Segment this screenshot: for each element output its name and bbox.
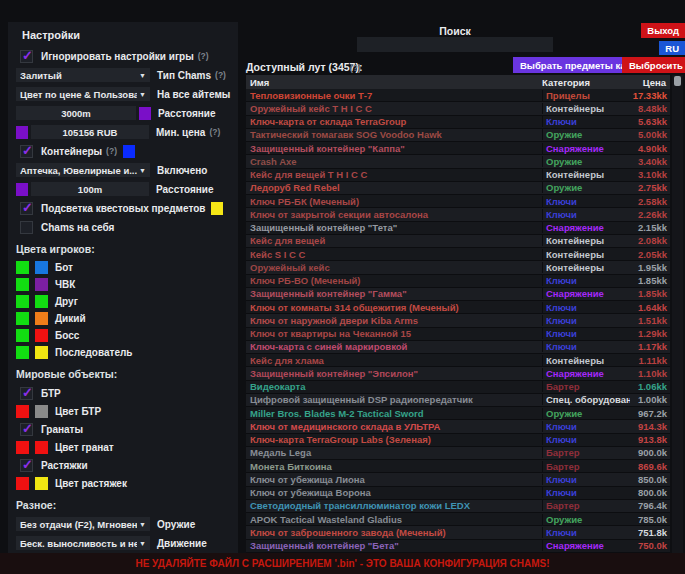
- table-row[interactable]: Тактический томагавк SOG Voodoo HawkОруж…: [246, 129, 670, 142]
- table-row[interactable]: Цифровой защищенный DSP радиопередатчикС…: [246, 394, 670, 407]
- table-row[interactable]: Ключ от квартиры на Чеканной 15Ключи1.29…: [246, 328, 670, 341]
- table-row[interactable]: Оружейный кейс Т Н I С СКонтейнеры8.48kk: [246, 102, 670, 115]
- distance-color-swatch[interactable]: [139, 107, 151, 120]
- language-button[interactable]: RU: [659, 41, 685, 55]
- color-swatch[interactable]: [16, 477, 29, 490]
- help-badge[interactable]: (?): [350, 63, 361, 73]
- scrollbar-thumb[interactable]: [674, 76, 681, 86]
- color-swatch[interactable]: [16, 261, 29, 274]
- color-swatch[interactable]: [35, 441, 48, 454]
- quest-highlight-row: Подсветка квестовых предметов: [16, 201, 230, 215]
- table-row[interactable]: Ключ от медицинского склада в УЛЬТРАКлюч…: [246, 420, 670, 433]
- table-row[interactable]: Кейс для вещей Т Н I С СКонтейнеры3.10kk: [246, 169, 670, 182]
- item-category: Оружие: [542, 514, 630, 525]
- table-row[interactable]: Кейс S I C CКонтейнеры2.05kk: [246, 248, 670, 261]
- containers-checkbox[interactable]: [20, 145, 33, 158]
- table-scrollbar[interactable]: [672, 75, 683, 553]
- drop-all-button[interactable]: Выбросить все: [622, 57, 685, 73]
- color-swatch[interactable]: [35, 295, 48, 308]
- table-row[interactable]: APOK Tactical Wasteland GladiusОружие785…: [246, 513, 670, 526]
- all-items-row: Цвет по цене & Пользователь ▼ На все айт…: [16, 87, 230, 101]
- item-name: Ключ от убежища Лиона: [246, 474, 542, 485]
- table-row[interactable]: Ключ РБ-БК (Меченый)Ключи2.58kk: [246, 195, 670, 208]
- grenades-checkbox[interactable]: [20, 423, 33, 436]
- category-filter-select[interactable]: Аптечка, Ювелирные и... ▼: [16, 163, 150, 177]
- table-row[interactable]: Защищенный контейнер "Эпсилон"Снаряжение…: [246, 367, 670, 380]
- color-swatch[interactable]: [35, 329, 48, 342]
- table-row[interactable]: Защищенный контейнер "Тета"Снаряжение2.1…: [246, 222, 670, 235]
- weapon-select[interactable]: Без отдачи (F2), Мгновенное п ▼: [16, 517, 150, 531]
- table-row[interactable]: Ключ от убежища ВоронаКлючи800.0k: [246, 487, 670, 500]
- color-swatch[interactable]: [35, 346, 48, 359]
- ignore-game-settings-checkbox[interactable]: [20, 50, 33, 63]
- item-price: 900.0k: [630, 447, 669, 458]
- table-row[interactable]: Ключ от заброшенного завода (Меченый)Клю…: [246, 526, 670, 539]
- help-badge[interactable]: (?): [209, 127, 220, 137]
- table-row[interactable]: Crash AxeОружие3.40kk: [246, 155, 670, 168]
- help-badge[interactable]: (?): [198, 51, 209, 61]
- color-swatch[interactable]: [35, 278, 48, 291]
- color-swatch[interactable]: [16, 346, 29, 359]
- loot-distance-color-swatch[interactable]: [16, 183, 28, 196]
- table-row[interactable]: Защищенный контейнер "Гамма"Снаряжение1.…: [246, 288, 670, 301]
- help-badge[interactable]: (?): [215, 70, 226, 80]
- table-row[interactable]: Ключ от закрытой секции автосалонаКлючи2…: [246, 208, 670, 221]
- table-row[interactable]: Защищенный контейнер "Бета"Снаряжение750…: [246, 540, 670, 553]
- table-row[interactable]: ВидеокартаБартер1.06kk: [246, 381, 670, 394]
- loot-distance-input[interactable]: 100m: [31, 182, 149, 196]
- color-swatch[interactable]: [35, 261, 48, 274]
- chams-type-select[interactable]: Залитый ▼: [16, 68, 150, 82]
- min-price-color-swatch[interactable]: [16, 126, 28, 139]
- column-header-category[interactable]: Категория: [542, 77, 630, 88]
- color-swatch[interactable]: [35, 312, 48, 325]
- exit-button[interactable]: Выход: [641, 23, 685, 38]
- table-row[interactable]: Оружейный кейсКонтейнеры1.95kk: [246, 261, 670, 274]
- color-swatch[interactable]: [16, 329, 29, 342]
- table-row[interactable]: Кейс для хламаКонтейнеры1.11kk: [246, 354, 670, 367]
- color-swatch[interactable]: [16, 278, 29, 291]
- grenades-row: Гранаты: [16, 422, 230, 436]
- column-header-price[interactable]: Цена: [630, 77, 670, 88]
- table-row[interactable]: Монета БиткоинаБартер869.6k: [246, 460, 670, 473]
- color-swatch[interactable]: [16, 405, 29, 418]
- item-category: Ключи: [542, 434, 630, 445]
- table-row[interactable]: Медаль LegaБартер900.0k: [246, 447, 670, 460]
- item-name: Кейс для вещей Т Н I С С: [246, 169, 542, 180]
- item-name: APOK Tactical Wasteland Gladius: [246, 514, 542, 525]
- color-swatch[interactable]: [16, 441, 29, 454]
- distance-input[interactable]: 3000m: [16, 106, 136, 120]
- column-header-name[interactable]: Имя: [246, 77, 542, 88]
- table-row[interactable]: Ледоруб Red RebelОружие2.75kk: [246, 182, 670, 195]
- table-row[interactable]: Ключ-карта TerraGroup Labs (Зеленая)Ключ…: [246, 434, 670, 447]
- quest-highlight-color-swatch[interactable]: [211, 202, 223, 215]
- chevron-down-icon: ▼: [139, 540, 146, 547]
- table-row[interactable]: Светодиодный трансиллюминатор кожи LEDXБ…: [246, 500, 670, 513]
- table-row[interactable]: Ключ от убежища ЛионаКлючи850.0k: [246, 473, 670, 486]
- chams-self-checkbox[interactable]: [20, 221, 33, 234]
- btr-checkbox[interactable]: [20, 387, 33, 400]
- item-category: Оружие: [542, 129, 630, 140]
- table-row[interactable]: Защищенный контейнер "Каппа"Снаряжение4.…: [246, 142, 670, 155]
- table-row[interactable]: Miller Bros. Blades M-2 Tactical SwordОр…: [246, 407, 670, 420]
- table-row[interactable]: Ключ от комнаты 314 общежития (Меченый)К…: [246, 301, 670, 314]
- color-swatch[interactable]: [35, 405, 48, 418]
- table-row[interactable]: Ключ-карта с синей маркировкойКлючи1.17k…: [246, 341, 670, 354]
- help-badge[interactable]: (?): [106, 146, 117, 156]
- table-row[interactable]: Ключ-карта от склада TerraGroupКлючи5.63…: [246, 116, 670, 129]
- search-input[interactable]: [357, 37, 553, 52]
- table-row[interactable]: Тепловизионные очки Т-7Прицелы17.33kk: [246, 89, 670, 102]
- color-swatch[interactable]: [16, 295, 29, 308]
- color-swatch[interactable]: [16, 312, 29, 325]
- all-items-select[interactable]: Цвет по цене & Пользователь ▼: [16, 87, 150, 101]
- item-price: 5.00kk: [630, 129, 669, 140]
- tripwire-checkbox[interactable]: [20, 459, 33, 472]
- table-row[interactable]: Кейс для вещейКонтейнеры2.08kk: [246, 235, 670, 248]
- min-price-input[interactable]: 105156 RUB: [31, 125, 149, 139]
- table-row[interactable]: Ключ от наружной двери Kiba ArmsКлючи1.5…: [246, 314, 670, 327]
- item-category: Ключи: [542, 302, 630, 313]
- table-row[interactable]: Ключ РБ-ВО (Меченый)Ключи1.85kk: [246, 275, 670, 288]
- color-swatch[interactable]: [35, 477, 48, 490]
- quest-highlight-checkbox[interactable]: [20, 202, 33, 215]
- containers-color-swatch[interactable]: [123, 145, 135, 158]
- movement-select[interactable]: Беск. выносливость и нет уста ▼: [16, 536, 150, 550]
